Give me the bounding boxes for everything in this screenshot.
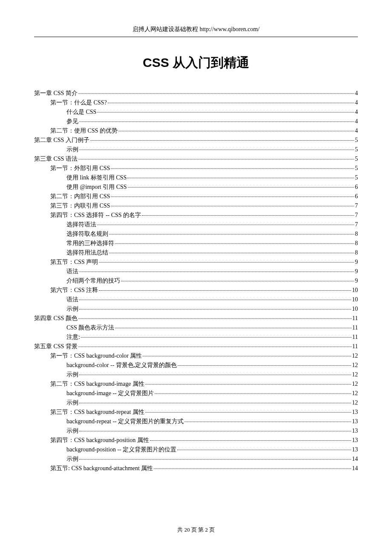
- toc-entry-label: 选择符取名规则: [66, 231, 108, 237]
- toc-entry[interactable]: 选择符语法7: [34, 220, 358, 229]
- toc-entry-label: 语法: [66, 269, 78, 275]
- toc-leader-dots: [97, 225, 354, 225]
- toc-entry-label: 第一节：CSS background-color 属性: [50, 353, 142, 359]
- toc-entry-page: 12: [352, 400, 358, 406]
- toc-entry[interactable]: 第二节：使用 CSS 的优势4: [34, 126, 358, 136]
- toc-entry-page: 9: [355, 269, 358, 275]
- toc-entry[interactable]: 第四章 CSS 颜色11: [34, 314, 358, 323]
- toc-leader-dots: [79, 272, 354, 272]
- toc-entry-page: 12: [352, 353, 358, 359]
- toc-entry-label: 第四章 CSS 颜色: [34, 315, 78, 321]
- toc-entry-page: 14: [352, 456, 358, 462]
- toc-entry[interactable]: CSS 颜色表示方法11: [34, 323, 358, 332]
- toc-entry[interactable]: background-image -- 定义背景图片12: [34, 389, 358, 398]
- toc-entry[interactable]: 第四节：CSS 选择符 -- CSS 的名字7: [34, 211, 358, 220]
- toc-entry-label: 第五节: CSS background-attachment 属性: [50, 465, 153, 471]
- toc-leader-dots: [127, 178, 354, 178]
- toc-entry-page: 10: [352, 297, 358, 303]
- toc-entry[interactable]: 示例13: [34, 426, 358, 436]
- toc-leader-dots: [150, 440, 351, 441]
- toc-entry-page: 7: [355, 203, 358, 209]
- toc-entry[interactable]: 第六节：CSS 注释10: [34, 286, 358, 295]
- toc-entry-label: 第二节：CSS background-image 属性: [50, 381, 144, 387]
- toc-entry-label: 第四节：CSS 选择符 -- CSS 的名字: [50, 212, 141, 218]
- toc-entry[interactable]: 参见4: [34, 117, 358, 126]
- toc-entry-label: 第四节：CSS background-position 属性: [50, 437, 149, 443]
- toc-leader-dots: [81, 337, 352, 338]
- header-rule: [34, 37, 358, 37]
- toc-entry-page: 12: [352, 372, 358, 378]
- toc-entry-page: 8: [355, 240, 358, 246]
- toc-entry-page: 4: [355, 100, 358, 106]
- toc-leader-dots: [145, 412, 351, 413]
- toc-entry[interactable]: 示例5: [34, 145, 358, 154]
- toc-entry[interactable]: 注意:11: [34, 332, 358, 342]
- toc-entry[interactable]: 示例12: [34, 370, 358, 379]
- toc-entry[interactable]: 第五节：CSS 声明9: [34, 257, 358, 267]
- toc-entry[interactable]: 示例10: [34, 304, 358, 314]
- toc-entry[interactable]: 第二节：内部引用 CSS6: [34, 192, 358, 201]
- toc-entry[interactable]: 第一章 CSS 简介4: [34, 89, 358, 98]
- toc-entry[interactable]: 常用的三种选择符8: [34, 239, 358, 248]
- toc-entry[interactable]: 第五节: CSS background-attachment 属性14: [34, 464, 358, 473]
- toc-entry-page: 10: [352, 306, 358, 312]
- toc-entry[interactable]: 使用 @import 引用 CSS6: [34, 182, 358, 192]
- toc-entry-page: 13: [352, 409, 358, 415]
- toc-entry-label: 第二节：内部引用 CSS: [50, 194, 110, 199]
- toc-entry[interactable]: 第三节：内联引用 CSS7: [34, 201, 358, 211]
- toc-entry[interactable]: 第二节：CSS background-image 属性12: [34, 379, 358, 389]
- toc-entry-label: 常用的三种选择符: [66, 240, 114, 246]
- toc-entry[interactable]: 第一节：什么是 CSS?4: [34, 98, 358, 107]
- toc-entry-page: 13: [352, 447, 358, 453]
- toc-leader-dots: [115, 328, 351, 328]
- toc-entry-label: 使用 link 标签引用 CSS: [66, 175, 127, 181]
- toc-entry[interactable]: 语法9: [34, 267, 358, 276]
- toc-entry[interactable]: 使用 link 标签引用 CSS5: [34, 173, 358, 182]
- toc-entry[interactable]: 什么是 CSS4: [34, 107, 358, 117]
- toc-entry[interactable]: 第二章 CSS 入门例子5: [34, 136, 358, 145]
- toc-entry[interactable]: 示例14: [34, 454, 358, 464]
- toc-entry[interactable]: 第五章 CSS 背景11: [34, 342, 358, 351]
- toc-entry[interactable]: background-repeat -- 定义背景图片的重复方式13: [34, 417, 358, 426]
- toc-leader-dots: [111, 206, 354, 206]
- toc-entry-page: 5: [355, 156, 358, 162]
- toc-leader-dots: [184, 422, 351, 422]
- toc-leader-dots: [79, 300, 351, 300]
- toc-entry-label: CSS 颜色表示方法: [66, 325, 114, 331]
- toc-entry[interactable]: 选择符用法总结8: [34, 248, 358, 257]
- toc-entry-label: 示例: [66, 456, 78, 462]
- toc-entry[interactable]: 第三节：CSS background-repeat 属性13: [34, 408, 358, 417]
- toc-entry-page: 13: [352, 428, 358, 434]
- page-footer: 共 20 页 第 2 页: [0, 526, 392, 534]
- document-page: 启搏人网站建设基础教程 http://www.qiboren.com/ CSS …: [0, 0, 392, 555]
- toc-entry-page: 4: [355, 90, 358, 96]
- toc-entry-label: 第三节：内联引用 CSS: [50, 203, 110, 209]
- toc-entry[interactable]: 介绍两个常用的技巧9: [34, 276, 358, 286]
- toc-entry-page: 8: [355, 250, 358, 256]
- toc-entry[interactable]: 第三章 CSS 语法5: [34, 154, 358, 164]
- toc-entry[interactable]: 选择符取名规则8: [34, 229, 358, 239]
- toc-entry-label: 第六节：CSS 注释: [50, 287, 98, 293]
- toc-entry[interactable]: 第四节：CSS background-position 属性13: [34, 436, 358, 445]
- toc-entry-label: background-repeat -- 定义背景图片的重复方式: [66, 419, 184, 425]
- document-title: CSS 从入门到精通: [34, 54, 358, 72]
- toc-entry[interactable]: background-position -- 定义背景图片的位置13: [34, 445, 358, 454]
- toc-entry[interactable]: 示例12: [34, 398, 358, 408]
- toc-entry-label: 第五节：CSS 声明: [50, 259, 98, 265]
- toc-entry-page: 6: [355, 184, 358, 190]
- toc-leader-dots: [143, 356, 351, 356]
- toc-entry[interactable]: 第一节：CSS background-color 属性12: [34, 351, 358, 361]
- toc-entry-label: 第三章 CSS 语法: [34, 156, 78, 162]
- page-header: 启搏人网站建设基础教程 http://www.qiboren.com/: [34, 26, 358, 33]
- toc-leader-dots: [111, 197, 354, 197]
- toc-leader-dots: [78, 159, 354, 159]
- toc-entry[interactable]: background-color -- 背景色,定义背景的颜色12: [34, 361, 358, 370]
- toc-entry-label: 介绍两个常用的技巧: [66, 278, 120, 284]
- toc-entry-label: 第三节：CSS background-repeat 属性: [50, 409, 144, 415]
- toc-leader-dots: [78, 347, 352, 347]
- toc-entry[interactable]: 第一节：外部引用 CSS5: [34, 164, 358, 173]
- toc-entry-page: 4: [355, 109, 358, 115]
- toc-entry[interactable]: 语法10: [34, 295, 358, 304]
- toc-entry-page: 10: [352, 287, 358, 293]
- toc-leader-dots: [79, 150, 354, 150]
